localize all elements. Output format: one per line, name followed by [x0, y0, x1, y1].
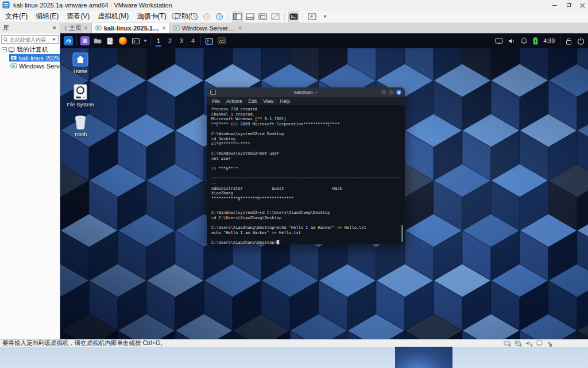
kali-clock[interactable]: 4:39	[544, 38, 555, 44]
terminal-window[interactable]: kali@kali: ~ File Actions Edit View Help…	[207, 87, 405, 244]
tree-node-my-computer[interactable]: 我的计算机	[2, 46, 48, 53]
vm-running-icon	[10, 55, 17, 61]
desktop-icon-filesystem[interactable]: File System	[64, 84, 96, 108]
unity-button[interactable]	[270, 12, 281, 22]
desktop-icon-trash[interactable]: Trash	[64, 115, 96, 137]
wallpaper-peek	[395, 347, 452, 368]
library-header: 库 ✕	[0, 23, 60, 33]
icon-label: Home	[74, 68, 87, 74]
home-icon	[64, 25, 67, 30]
power-pause-button[interactable]	[139, 12, 150, 22]
volume-icon[interactable]	[508, 38, 516, 44]
console-view-button[interactable]	[288, 12, 299, 22]
power-menu-icon[interactable]	[577, 37, 585, 45]
tab-label: Windows Server 2008 R2 x64	[182, 25, 236, 32]
computer-icon	[8, 47, 15, 53]
terminal-close-button[interactable]	[396, 90, 401, 95]
terminal-menu-edit[interactable]: Edit	[249, 98, 257, 104]
close-button[interactable]	[578, 1, 587, 9]
icon-label: Trash	[74, 132, 87, 137]
menu-file[interactable]: 文件(F)	[1, 10, 32, 22]
manage-snapshots-icon	[215, 13, 223, 21]
minimize-button[interactable]	[550, 1, 559, 9]
power-dropdown[interactable]	[152, 12, 163, 22]
usb-restricted-icon[interactable]	[546, 340, 552, 347]
notifications-bell-icon[interactable]	[521, 37, 527, 44]
text-editor-icon[interactable]	[106, 36, 115, 45]
firefox-icon[interactable]	[118, 36, 127, 45]
manage-snapshots-button[interactable]	[214, 12, 225, 22]
terminal-output[interactable]: Process 720 created. Channel 1 created. …	[207, 105, 405, 244]
workspace-3[interactable]: 3	[177, 34, 185, 47]
toggle-thumbnail-bar-button[interactable]	[245, 12, 256, 22]
tab-close-icon[interactable]	[84, 26, 88, 30]
kali-menu-button[interactable]	[64, 36, 73, 45]
take-snapshot-button[interactable]	[188, 12, 199, 22]
fit-dropdown[interactable]	[319, 12, 330, 22]
terminal-window-button[interactable]	[204, 36, 214, 45]
revert-snapshot-button[interactable]	[201, 12, 212, 22]
trash-icon	[74, 115, 87, 130]
terminal-menu-actions[interactable]: Actions	[226, 98, 242, 104]
network-status-icon[interactable]	[514, 340, 522, 347]
search-input[interactable]	[10, 37, 51, 43]
terminal-scrollbar[interactable]	[401, 225, 403, 242]
fit-guest-button[interactable]	[307, 12, 318, 22]
files-app-icon[interactable]	[80, 36, 90, 45]
library-title: 库	[3, 24, 9, 32]
screen: kali-linux-2025.1a-vmware-amd64 - VMware…	[0, 0, 588, 368]
folder-icon[interactable]	[93, 36, 102, 45]
sound-status-icon[interactable]	[525, 340, 533, 347]
workspace-4[interactable]: 4	[189, 34, 197, 47]
tree-label: Windows Serve	[19, 63, 60, 70]
tab-home[interactable]: 主页	[60, 23, 92, 33]
menu-vm[interactable]: 虚拟机(M)	[94, 10, 133, 22]
vmware-titlebar: kali-linux-2025.1a-vmware-amd64 - VMware…	[0, 0, 588, 10]
tab-close-icon[interactable]	[238, 26, 242, 30]
harddisk-status-icon[interactable]	[504, 340, 511, 347]
workspace-number: 2	[168, 37, 172, 44]
tab-winserver-vm[interactable]: Windows Server 2008 R2 x64	[170, 23, 246, 33]
library-search[interactable]	[1, 35, 59, 44]
terminal-window-icon	[210, 90, 216, 95]
library-close-icon[interactable]: ✕	[52, 25, 57, 31]
firefox-glyph	[119, 37, 127, 45]
tab-kali-vm[interactable]: kali-linux-2025.1a-vmware-...	[92, 23, 170, 33]
terminal-menu-file[interactable]: File	[212, 98, 220, 104]
tree-label: 我的计算机	[17, 46, 48, 53]
message-log-icon[interactable]	[536, 340, 543, 347]
tree-node-kali-vm[interactable]: kali-linux-2025.	[9, 54, 60, 62]
tree-node-winserver-vm[interactable]: Windows Serve	[9, 62, 60, 70]
terminal-minimize-button[interactable]	[381, 90, 386, 95]
workspace-number: 1	[157, 37, 160, 44]
collapse-icon[interactable]	[2, 47, 7, 52]
fullscreen-button[interactable]	[257, 12, 268, 22]
chevron-down-icon	[323, 16, 327, 18]
vmware-statusbar: 要将输入定向到该虚拟机，请在虚拟机内部单击或按 Ctrl+G。	[0, 339, 588, 347]
lock-screen-icon[interactable]	[566, 37, 572, 45]
restore-button[interactable]	[564, 1, 573, 9]
desktop-icon-home[interactable]: Home	[64, 52, 96, 74]
pause-icon	[142, 14, 147, 20]
minimize-icon	[552, 5, 557, 6]
terminal-maximize-button[interactable]	[389, 90, 394, 95]
menu-edit[interactable]: 编辑(E)	[32, 10, 63, 22]
left-pane-icon	[233, 13, 242, 20]
chevron-down-icon[interactable]	[144, 40, 147, 42]
terminal-menu-help[interactable]: Help	[280, 98, 290, 104]
close-icon	[580, 3, 585, 8]
menu-view[interactable]: 查看(V)	[63, 10, 94, 22]
toggle-library-button[interactable]	[232, 12, 243, 22]
display-icon[interactable]	[495, 38, 503, 44]
terminal-launcher-icon[interactable]	[131, 36, 140, 45]
terminal-body[interactable]: Process 720 created. Channel 1 created. …	[207, 105, 405, 244]
vm-running-icon	[10, 63, 17, 69]
system-monitor-icon[interactable]	[217, 36, 226, 45]
send-ctrl-alt-del-button[interactable]	[170, 12, 181, 22]
vm-display[interactable]: 1 2 3 4 4:39 Home File	[60, 33, 588, 339]
workspace-2[interactable]: 2	[166, 34, 174, 47]
terminal-titlebar[interactable]: kali@kali: ~	[207, 87, 405, 97]
workspace-1[interactable]: 1	[154, 34, 163, 47]
tab-close-icon[interactable]	[162, 26, 166, 30]
terminal-menu-view[interactable]: View	[263, 98, 273, 104]
